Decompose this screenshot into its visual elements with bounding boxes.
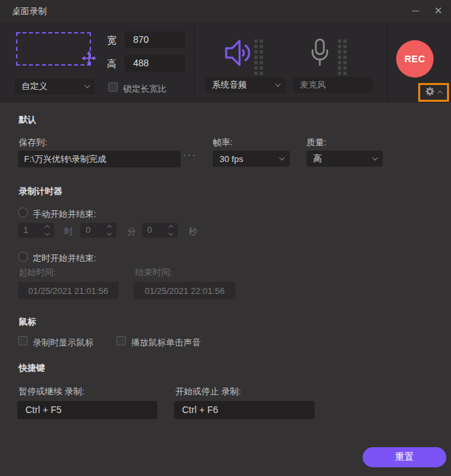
manual-timer-radio[interactable]	[18, 208, 28, 218]
stepper-arrows-icon[interactable]	[107, 225, 112, 236]
hours-stepper[interactable]: 1	[18, 223, 54, 238]
width-input[interactable]: 870	[124, 31, 185, 48]
capture-region-preview[interactable]	[16, 32, 91, 66]
microphone-field[interactable]: 麦克风	[293, 77, 373, 93]
divider	[387, 22, 387, 102]
minutes-value: 0	[86, 223, 90, 238]
quality-label: 质量:	[306, 137, 327, 149]
system-audio-level-meter	[254, 39, 263, 75]
manual-timer-label: 手动开始并结束:	[33, 208, 96, 220]
chevron-down-icon	[372, 155, 377, 160]
speaker-icon	[223, 37, 254, 71]
capture-mode-dropdown[interactable]: 自定义	[15, 78, 95, 94]
save-to-label: 保存到:	[19, 137, 48, 149]
framerate-dropdown[interactable]: 30 fps	[213, 151, 290, 167]
width-label: 宽	[107, 35, 116, 47]
framerate-label: 帧率:	[213, 137, 233, 149]
chevron-down-icon	[84, 82, 90, 88]
lock-aspect-label: 锁定长宽比	[123, 83, 167, 95]
browse-button[interactable]: ···	[183, 149, 197, 160]
chevron-down-icon	[275, 81, 280, 86]
move-icon[interactable]	[82, 51, 96, 66]
end-time-label: 结束时间:	[135, 266, 173, 279]
minimize-button[interactable]: ─	[404, 0, 427, 22]
framerate-value: 30 fps	[219, 154, 243, 164]
top-control-panel: 宽 870 高 488 自定义 锁定长宽比	[0, 22, 451, 102]
chevron-down-icon	[279, 155, 284, 160]
section-header-default: 默认	[19, 114, 36, 126]
quality-dropdown[interactable]: 高	[306, 151, 383, 167]
stepper-arrows-icon[interactable]	[169, 225, 174, 236]
system-audio-value: 系统音频	[212, 79, 247, 91]
seconds-value: 0	[147, 223, 152, 238]
titlebar: 桌面录制 ─ ✕	[0, 0, 451, 22]
start-stop-label: 开始或停止 录制:	[175, 386, 241, 398]
quality-value: 高	[313, 153, 322, 165]
system-audio-dropdown[interactable]: 系统音频	[205, 77, 286, 93]
stepper-arrows-icon[interactable]	[45, 225, 50, 236]
save-path-input[interactable]: F:\万兴优转\录制完成	[18, 151, 181, 167]
gear-icon	[424, 86, 436, 100]
capture-mode-value: 自定义	[21, 80, 48, 92]
seconds-stepper[interactable]: 0	[142, 223, 178, 238]
section-header-mouse: 鼠标	[19, 316, 36, 328]
chevron-up-icon	[437, 90, 442, 96]
scheduled-timer-radio[interactable]	[18, 252, 28, 262]
pause-resume-label: 暂停或继续 录制:	[19, 386, 84, 398]
reset-button[interactable]: 重置	[363, 447, 446, 467]
hours-unit-label: 时	[64, 226, 73, 238]
lock-aspect-checkbox[interactable]	[108, 82, 118, 92]
seconds-unit-label: 秒	[189, 226, 197, 238]
pause-resume-hotkey-input[interactable]: Ctrl + F5	[17, 401, 157, 419]
window-title: 桌面录制	[12, 0, 47, 22]
show-cursor-checkbox[interactable]	[18, 336, 27, 345]
section-header-timer: 录制计时器	[19, 185, 62, 197]
desktop-recorder-window: 桌面录制 ─ ✕ 宽 870 高 48	[0, 0, 451, 476]
click-sound-checkbox[interactable]	[116, 336, 126, 345]
scheduled-timer-label: 定时开始并结束:	[33, 252, 96, 264]
start-time-input[interactable]: 01/25/2021 21:01:56	[18, 282, 118, 299]
minutes-stepper[interactable]: 0	[80, 223, 116, 238]
start-time-label: 起始时间:	[19, 266, 56, 279]
microphone-level-meter	[338, 39, 347, 75]
start-stop-hotkey-input[interactable]: Ctrl + F6	[174, 401, 314, 419]
end-time-input[interactable]: 01/25/2021 22:01:56	[134, 282, 236, 299]
hours-value: 1	[23, 223, 28, 238]
height-label: 高	[107, 58, 116, 70]
divider	[194, 22, 195, 102]
microphone-icon	[310, 37, 330, 71]
close-button[interactable]: ✕	[427, 0, 450, 22]
settings-toggle-highlighted[interactable]	[418, 83, 449, 102]
show-cursor-label: 录制时显示鼠标	[33, 337, 94, 349]
click-sound-label: 播放鼠标单击声音	[131, 337, 201, 349]
record-button[interactable]: REC	[396, 40, 434, 78]
section-header-hotkeys: 快捷键	[19, 362, 45, 374]
minutes-unit-label: 分	[127, 226, 136, 238]
height-input[interactable]: 488	[124, 55, 185, 72]
